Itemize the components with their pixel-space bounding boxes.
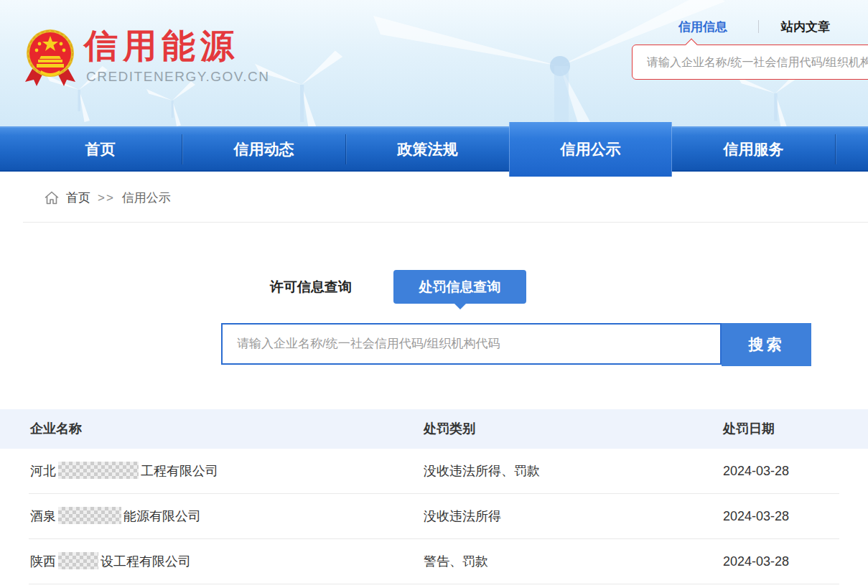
company-name: 酒泉能源有限公司 bbox=[30, 494, 201, 538]
nav-item-home[interactable]: 首页 bbox=[19, 139, 182, 159]
table-header: 企业名称 处罚类别 处罚日期 bbox=[0, 409, 868, 449]
tab-penalty-info-query[interactable]: 处罚信息查询 bbox=[393, 270, 526, 304]
company-name-prefix: 酒泉 bbox=[30, 509, 56, 523]
column-header-penalty-date: 处罚日期 bbox=[723, 409, 775, 449]
tab-label: 处罚信息查询 bbox=[419, 279, 501, 294]
breadcrumb: 首页 >> 信用公示 bbox=[0, 173, 868, 223]
site-title: 信用能源 bbox=[84, 29, 239, 62]
company-name-prefix: 河北 bbox=[30, 464, 56, 478]
header-search-input[interactable] bbox=[633, 45, 868, 79]
penalty-date: 2024-03-28 bbox=[723, 539, 789, 584]
search-button[interactable]: 搜索 bbox=[722, 323, 811, 366]
company-name-suffix: 工程有限公司 bbox=[141, 464, 218, 478]
censored-text-block bbox=[58, 462, 139, 479]
national-emblem-icon bbox=[24, 24, 77, 88]
penalty-type: 警告、罚款 bbox=[424, 539, 488, 584]
company-name: 河北工程有限公司 bbox=[30, 449, 218, 493]
penalty-date: 2024-03-28 bbox=[723, 449, 789, 493]
company-name: 陕西设工程有限公司 bbox=[30, 539, 191, 584]
penalty-type: 没收违法所得 bbox=[424, 494, 501, 538]
tab-caret-down-icon bbox=[454, 303, 467, 309]
header-search-box bbox=[632, 45, 868, 80]
nav-item-credit-news[interactable]: 信用动态 bbox=[182, 139, 345, 159]
table-row[interactable]: 酒泉能源有限公司 没收违法所得 2024-03-28 bbox=[0, 494, 868, 539]
table-body: 河北工程有限公司 没收违法所得、罚款 2024-03-28 酒泉能源有限公司 没… bbox=[0, 449, 868, 584]
breadcrumb-current: 信用公示 bbox=[122, 190, 171, 206]
main-nav: 首页 信用动态 政策法规 信用公示 信用服务 bbox=[0, 126, 868, 172]
table-row[interactable]: 陕西设工程有限公司 警告、罚款 2024-03-28 bbox=[0, 539, 868, 584]
top-tab-divider bbox=[758, 20, 759, 33]
nav-item-credit-services[interactable]: 信用服务 bbox=[672, 139, 835, 159]
company-search-input[interactable] bbox=[221, 323, 722, 365]
company-name-suffix: 设工程有限公司 bbox=[101, 554, 191, 569]
company-name-suffix: 能源有限公司 bbox=[123, 509, 201, 523]
nav-item-label: 信用公示 bbox=[561, 141, 621, 157]
censored-text-block bbox=[58, 507, 121, 524]
nav-item-policies[interactable]: 政策法规 bbox=[346, 139, 509, 159]
censored-text-block bbox=[58, 552, 98, 569]
column-header-penalty-type: 处罚类别 bbox=[424, 409, 475, 449]
home-icon bbox=[45, 191, 59, 205]
page: 信用能源 CREDITENERGY.GOV.CN 信用信息 站内文章 首页 信用… bbox=[0, 0, 868, 588]
nav-divider bbox=[835, 134, 836, 164]
company-name-prefix: 陕西 bbox=[30, 554, 56, 569]
top-tab-credit-info[interactable]: 信用信息 bbox=[678, 19, 727, 35]
nav-item-credit-disclosure[interactable]: 信用公示 bbox=[509, 139, 672, 159]
breadcrumb-separator: >> bbox=[98, 191, 115, 205]
table-row[interactable]: 河北工程有限公司 没收违法所得、罚款 2024-03-28 bbox=[0, 449, 868, 494]
top-tab-site-articles[interactable]: 站内文章 bbox=[781, 19, 830, 35]
site-domain: CREDITENERGY.GOV.CN bbox=[86, 69, 270, 85]
penalty-type: 没收违法所得、罚款 bbox=[424, 449, 540, 493]
tab-license-info-query[interactable]: 许可信息查询 bbox=[257, 270, 365, 304]
site-header: 信用能源 CREDITENERGY.GOV.CN 信用信息 站内文章 bbox=[0, 0, 868, 126]
penalty-date: 2024-03-28 bbox=[723, 494, 789, 538]
breadcrumb-home-link[interactable]: 首页 bbox=[66, 190, 90, 206]
column-header-company: 企业名称 bbox=[30, 409, 82, 449]
breadcrumb-divider-line bbox=[23, 222, 868, 223]
